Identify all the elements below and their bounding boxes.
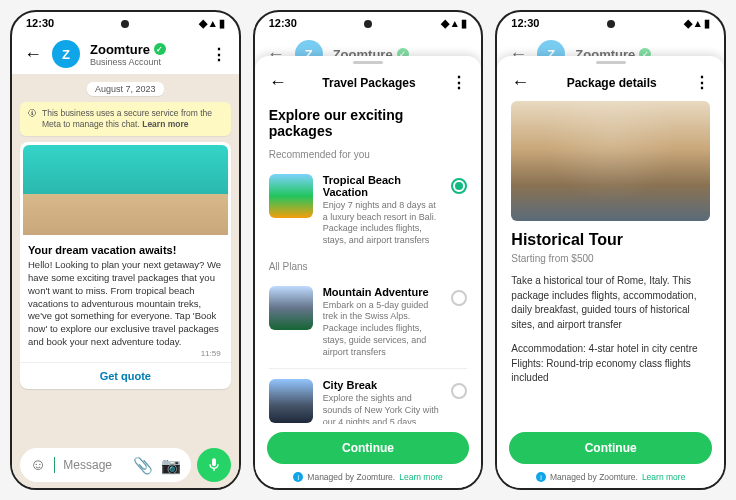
- business-name: Zoomture: [90, 42, 150, 57]
- camera-icon[interactable]: 📷: [161, 456, 181, 475]
- business-avatar[interactable]: Z: [52, 40, 80, 68]
- back-arrow-icon[interactable]: ←: [24, 44, 42, 65]
- wifi-icon: ◆: [441, 17, 449, 30]
- text-cursor: [54, 457, 55, 473]
- status-time: 12:30: [269, 17, 297, 29]
- continue-button[interactable]: Continue: [267, 432, 470, 464]
- sheet-title: Travel Packages: [299, 76, 440, 90]
- more-menu-icon[interactable]: ⋮: [211, 45, 227, 64]
- plan-thumb-city: [269, 379, 313, 423]
- plan-thumb-mountain: [269, 286, 313, 330]
- camera-notch: [607, 20, 615, 28]
- business-subtitle: Business Account: [90, 57, 201, 67]
- status-icons: ◆▴▮: [684, 17, 710, 30]
- message-input[interactable]: ☺ Message 📎 📷: [20, 448, 191, 482]
- sheet-more-icon[interactable]: ⋮: [694, 73, 710, 92]
- package-extra: Accommodation: 4-star hotel in city cent…: [511, 342, 710, 386]
- attach-icon[interactable]: 📎: [133, 456, 153, 475]
- message-time: 11:59: [28, 349, 223, 358]
- package-description: Take a historical tour of Rome, Italy. T…: [511, 274, 710, 332]
- packages-sheet: ← Travel Packages ⋮ Explore our exciting…: [255, 56, 482, 488]
- message-placeholder: Message: [63, 458, 124, 472]
- signal-icon: ▴: [695, 17, 701, 30]
- sheet-more-icon[interactable]: ⋮: [451, 73, 467, 92]
- signal-icon: ▴: [210, 17, 216, 30]
- divider: [269, 368, 468, 369]
- phone-chat: 12:30 ◆ ▴ ▮ ← Z Zoomture✓ Business Accou…: [10, 10, 241, 490]
- status-time: 12:30: [26, 17, 54, 29]
- phone-packages: 12:30 ◆▴▮ ← Z Zoomture✓ ← Travel Package…: [253, 10, 484, 490]
- camera-notch: [364, 20, 372, 28]
- info-icon: i: [536, 472, 546, 482]
- info-icon: i: [293, 472, 303, 482]
- plan-desc: Enjoy 7 nights and 8 days at a luxury be…: [323, 200, 442, 247]
- sheet-back-icon[interactable]: ←: [511, 72, 529, 93]
- secure-notice[interactable]: 🛈 This business uses a secure service fr…: [20, 102, 231, 136]
- wifi-icon: ◆: [684, 17, 692, 30]
- sheet-header: ← Travel Packages ⋮: [255, 64, 482, 101]
- mic-button[interactable]: [197, 448, 231, 482]
- chat-header: ← Z Zoomture✓ Business Account ⋮: [12, 34, 239, 74]
- section-recommended: Recommended for you: [269, 149, 468, 160]
- phone-details: 12:30 ◆▴▮ ← Z Zoomture✓ ← Package detail…: [495, 10, 726, 490]
- camera-notch: [121, 20, 129, 28]
- plan-thumb-beach: [269, 174, 313, 218]
- emoji-icon[interactable]: ☺: [30, 456, 46, 474]
- managed-by-footer: i Managed by Zoomture. Learn more: [255, 472, 482, 488]
- plan-desc: Embark on a 5-day guided trek in the Swi…: [323, 300, 442, 358]
- plan-desc: Explore the sights and sounds of New Yor…: [323, 393, 442, 424]
- date-pill: August 7, 2023: [87, 82, 164, 96]
- packages-body[interactable]: Explore our exciting packages Recommende…: [255, 101, 482, 424]
- mic-icon: [206, 457, 222, 473]
- status-icons: ◆▴▮: [441, 17, 467, 30]
- message-headline: Your dream vacation awaits!: [28, 244, 223, 256]
- plan-radio[interactable]: [451, 290, 467, 306]
- section-all: All Plans: [269, 261, 468, 272]
- get-quote-button[interactable]: Get quote: [20, 362, 231, 389]
- package-price: Starting from $500: [511, 253, 710, 264]
- sheet-header: ← Package details ⋮: [497, 64, 724, 101]
- managed-by-footer: i Managed by Zoomture. Learn more: [497, 472, 724, 488]
- managed-learn-more[interactable]: Learn more: [399, 472, 442, 482]
- sheet-back-icon[interactable]: ←: [269, 72, 287, 93]
- details-body[interactable]: Historical Tour Starting from $500 Take …: [497, 101, 724, 424]
- message-card: Your dream vacation awaits! Hello! Looki…: [20, 142, 231, 389]
- packages-heading: Explore our exciting packages: [269, 107, 468, 139]
- managed-learn-more[interactable]: Learn more: [642, 472, 685, 482]
- battery-icon: ▮: [704, 17, 710, 30]
- wifi-icon: ◆: [199, 17, 207, 30]
- continue-button[interactable]: Continue: [509, 432, 712, 464]
- plan-radio[interactable]: [451, 383, 467, 399]
- plan-title: Mountain Adventure: [323, 286, 442, 298]
- message-hero-image: [23, 145, 228, 235]
- plan-title: Tropical Beach Vacation: [323, 174, 442, 198]
- signal-icon: ▴: [452, 17, 458, 30]
- package-hero-image: [511, 101, 710, 221]
- plan-row[interactable]: City Break Explore the sights and sounds…: [269, 371, 468, 424]
- chat-title-block[interactable]: Zoomture✓ Business Account: [90, 42, 201, 67]
- details-sheet: ← Package details ⋮ Historical Tour Star…: [497, 56, 724, 488]
- plan-row[interactable]: Tropical Beach Vacation Enjoy 7 nights a…: [269, 166, 468, 255]
- plan-radio-selected[interactable]: [451, 178, 467, 194]
- chat-body[interactable]: August 7, 2023 🛈 This business uses a se…: [12, 74, 239, 442]
- composer-bar: ☺ Message 📎 📷: [12, 442, 239, 488]
- battery-icon: ▮: [461, 17, 467, 30]
- plan-row[interactable]: Mountain Adventure Embark on a 5-day gui…: [269, 278, 468, 366]
- verified-badge-icon: ✓: [154, 43, 166, 55]
- package-title: Historical Tour: [511, 231, 710, 249]
- status-icons: ◆ ▴ ▮: [199, 17, 225, 30]
- message-text: Hello! Looking to plan your next getaway…: [28, 259, 223, 349]
- learn-more-link[interactable]: Learn more: [142, 119, 188, 129]
- plan-title: City Break: [323, 379, 442, 391]
- shield-icon: 🛈: [28, 108, 37, 119]
- battery-icon: ▮: [219, 17, 225, 30]
- sheet-title: Package details: [541, 76, 682, 90]
- status-time: 12:30: [511, 17, 539, 29]
